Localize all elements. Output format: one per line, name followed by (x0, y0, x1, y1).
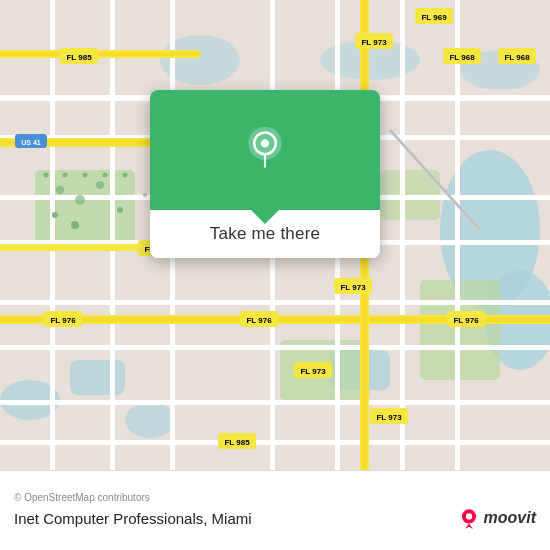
svg-point-75 (63, 173, 68, 178)
svg-text:FL 968: FL 968 (504, 53, 530, 62)
location-pin-icon (240, 125, 290, 175)
bottom-bar: © OpenStreetMap contributors Inet Comput… (0, 470, 550, 550)
attribution-text: © OpenStreetMap contributors (14, 492, 536, 503)
svg-point-71 (52, 212, 58, 218)
svg-point-78 (123, 173, 128, 178)
svg-point-77 (103, 173, 108, 178)
svg-point-68 (56, 186, 64, 194)
svg-point-84 (465, 513, 471, 519)
svg-text:FL 985: FL 985 (66, 53, 92, 62)
svg-point-72 (71, 221, 79, 229)
moovit-logo: moovit (458, 507, 536, 529)
location-text: Inet Computer Professionals, Miami (14, 510, 252, 527)
svg-point-74 (44, 173, 49, 178)
svg-text:US 41: US 41 (21, 139, 41, 146)
moovit-brand-text: moovit (484, 509, 536, 527)
svg-text:FL 973: FL 973 (300, 367, 326, 376)
svg-point-73 (117, 207, 123, 213)
svg-text:FL 973: FL 973 (340, 283, 366, 292)
svg-text:FL 968: FL 968 (449, 53, 475, 62)
svg-point-76 (83, 173, 88, 178)
map-container: FL 969 FL 973 FL 985 FL 968 FL 968 US 41… (0, 0, 550, 470)
svg-text:FL 969: FL 969 (421, 13, 447, 22)
svg-rect-3 (70, 360, 125, 395)
svg-point-70 (96, 181, 104, 189)
svg-point-6 (125, 402, 175, 438)
svg-text:FL 973: FL 973 (376, 413, 402, 422)
svg-text:FL 985: FL 985 (224, 438, 250, 447)
moovit-pin-icon (458, 507, 480, 529)
svg-rect-22 (50, 0, 55, 470)
svg-rect-27 (400, 0, 405, 470)
svg-text:FL 976: FL 976 (246, 316, 272, 325)
svg-point-82 (261, 139, 269, 147)
svg-point-69 (75, 195, 85, 205)
svg-text:FL 976: FL 976 (50, 316, 76, 325)
svg-rect-23 (110, 0, 115, 470)
popup-map-area (150, 90, 380, 210)
location-row: Inet Computer Professionals, Miami moovi… (14, 507, 536, 529)
svg-text:FL 976: FL 976 (453, 316, 479, 325)
svg-rect-28 (455, 0, 460, 470)
svg-rect-36 (0, 52, 200, 56)
svg-point-79 (143, 193, 147, 197)
popup-card: Take me there (150, 90, 380, 258)
svg-text:FL 973: FL 973 (361, 38, 387, 47)
